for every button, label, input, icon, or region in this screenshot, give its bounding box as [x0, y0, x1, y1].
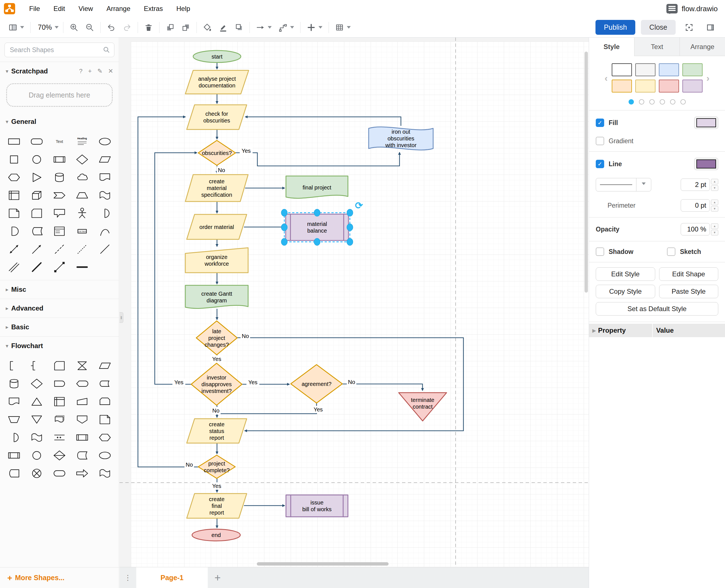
waypoints-icon[interactable]	[275, 21, 297, 34]
shape-or[interactable]	[94, 204, 116, 222]
insert-icon[interactable]	[303, 21, 326, 34]
line-width-stepper[interactable]: ▲▼	[711, 179, 718, 191]
shape-cloud[interactable]	[71, 168, 94, 186]
opacity-input[interactable]: 100 %	[681, 223, 710, 235]
style-preset-2[interactable]	[659, 63, 679, 76]
format-panel-toggle-icon[interactable]	[703, 21, 718, 34]
menu-edit[interactable]: Edit	[47, 5, 72, 13]
selection-handle[interactable]	[347, 209, 353, 216]
sketch-checkbox[interactable]	[667, 248, 676, 256]
undo-icon[interactable]	[103, 21, 119, 34]
paste-style-button[interactable]: Paste Style	[659, 285, 719, 298]
shape-off-page[interactable]	[71, 411, 94, 428]
menu-help[interactable]: Help	[170, 5, 197, 13]
close-button[interactable]: Close	[641, 20, 676, 35]
shape-text[interactable]: Text	[48, 132, 71, 150]
shape-manual-input[interactable]	[71, 393, 94, 411]
shape-list[interactable]	[48, 222, 71, 240]
shape-process[interactable]	[3, 446, 25, 464]
edit-style-button[interactable]: Edit Style	[596, 267, 655, 281]
node-organize-workforce[interactable]: organizeworkforce	[185, 248, 248, 273]
node-create-gantt-diagram[interactable]: create Ganttdiagram	[185, 285, 248, 308]
shape-multi-document[interactable]	[48, 411, 71, 428]
line-checkbox[interactable]: ✓	[596, 160, 604, 168]
rotate-handle-icon[interactable]: ⟳	[355, 200, 363, 211]
property-column-header[interactable]: ▶Property	[589, 324, 652, 337]
shape-delay[interactable]	[48, 375, 71, 393]
shape-cube[interactable]	[25, 186, 48, 204]
section-flowchart[interactable]: ▾Flowchart	[0, 336, 119, 355]
shape-collate[interactable]	[71, 357, 94, 375]
to-back-icon[interactable]	[178, 21, 194, 34]
shape-annotation[interactable]	[3, 357, 25, 375]
shape-tape[interactable]	[94, 464, 116, 482]
node-issue-bill-of-works[interactable]: issuebill of works	[286, 495, 348, 517]
shape-document[interactable]	[3, 393, 25, 411]
shape-parallelogram[interactable]	[94, 150, 116, 168]
shape-list-item[interactable]: List Item	[71, 222, 94, 240]
add-icon[interactable]: +	[88, 67, 92, 75]
shape-data-storage[interactable]	[25, 222, 48, 240]
edge-4[interactable]	[245, 117, 401, 126]
node-project-complete[interactable]: projectcomplete?	[198, 455, 235, 478]
shape-actor[interactable]	[71, 204, 94, 222]
edge-18[interactable]	[219, 403, 316, 414]
shape-directional-connector[interactable]	[25, 258, 48, 276]
shape-triangle[interactable]	[25, 168, 48, 186]
shadow-icon[interactable]	[231, 21, 247, 34]
shape-dashed-line[interactable]	[48, 240, 71, 258]
gradient-checkbox[interactable]	[596, 137, 604, 145]
line-style-select[interactable]	[596, 178, 651, 191]
shape-paper-tape[interactable]	[25, 428, 48, 446]
vertical-scrollbar[interactable]	[584, 51, 588, 293]
node-create-material-specification[interactable]: creatematerialspecification	[185, 175, 248, 202]
delete-icon[interactable]	[141, 21, 157, 34]
set-default-style-button[interactable]: Set as Default Style	[596, 302, 718, 316]
shape-link[interactable]	[3, 258, 25, 276]
selection-handle[interactable]	[314, 238, 320, 246]
shape-annotation-2[interactable]	[25, 357, 48, 375]
shape-rectangle[interactable]	[3, 132, 25, 150]
section-basic[interactable]: ▸Basic	[0, 318, 119, 336]
copy-style-button[interactable]: Copy Style	[596, 285, 655, 298]
selection-handle[interactable]	[347, 238, 353, 246]
horizontal-scrollbar[interactable]	[257, 562, 389, 566]
shape-process[interactable]	[48, 150, 71, 168]
node-final-project[interactable]: final project	[286, 176, 348, 198]
node-investor-disapproves[interactable]: investordisapprovesinvestment?	[191, 363, 242, 405]
perimeter-stepper[interactable]: ▲▼	[711, 200, 718, 212]
node-end[interactable]: end	[192, 529, 240, 541]
line-width-input[interactable]: 2 pt	[681, 178, 710, 191]
shape-tape[interactable]	[94, 186, 116, 204]
shape-manual-operation[interactable]	[3, 411, 25, 428]
shape-note[interactable]	[3, 204, 25, 222]
shape-or[interactable]	[3, 428, 25, 446]
node-obscurities-decision[interactable]: obscurities?	[198, 141, 235, 165]
search-input[interactable]	[4, 43, 115, 57]
node-start[interactable]: start	[193, 50, 241, 63]
preset-page-dot[interactable]	[680, 99, 686, 105]
style-preset-7[interactable]	[682, 80, 703, 92]
shape-data[interactable]	[94, 357, 116, 375]
selection-handle[interactable]	[314, 209, 320, 216]
fullscreen-icon[interactable]	[681, 21, 697, 34]
edit-icon[interactable]: ✎	[97, 67, 102, 75]
shape-merge[interactable]	[25, 411, 48, 428]
sidebar-layout-icon[interactable]	[5, 21, 27, 34]
zoom-level-select[interactable]: 70%	[33, 21, 60, 34]
style-preset-6[interactable]	[659, 80, 679, 92]
selection-handle[interactable]	[281, 224, 287, 231]
shape-curve[interactable]	[94, 222, 116, 240]
shape-summing-junction[interactable]	[25, 464, 48, 482]
node-agreement-decision[interactable]: agreement?	[291, 365, 342, 403]
line-color-icon[interactable]	[215, 21, 231, 34]
preset-page-dot[interactable]	[670, 99, 676, 105]
menu-file[interactable]: File	[22, 5, 47, 13]
publish-button[interactable]: Publish	[596, 20, 635, 35]
tab-text[interactable]: Text	[635, 38, 680, 56]
shape-document[interactable]	[94, 168, 116, 186]
shape-dotted-line[interactable]	[71, 240, 94, 258]
node-check-for-obscurities[interactable]: check forobscurities	[187, 105, 247, 129]
shape-parallel-mode[interactable]	[48, 428, 71, 446]
menu-extras[interactable]: Extras	[137, 5, 170, 13]
